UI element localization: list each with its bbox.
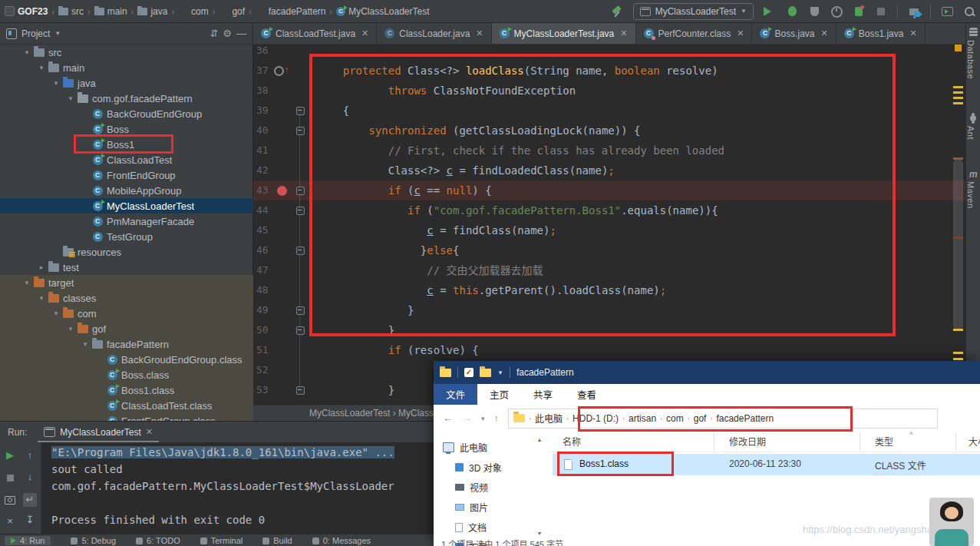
- tool-stripe-database[interactable]: Database: [966, 40, 980, 79]
- tree-expand-arrow-icon[interactable]: ▾: [21, 48, 33, 56]
- run-button[interactable]: [764, 5, 776, 18]
- breadcrumb-item[interactable]: com: [178, 6, 209, 17]
- run-console[interactable]: "E:\Program Files\Java\jdk1.8.0_161\bin\…: [41, 444, 434, 534]
- fold-marker-icon[interactable]: [296, 326, 305, 335]
- breadcrumb-item[interactable]: main: [94, 6, 127, 17]
- checkmark-icon[interactable]: ✓: [464, 368, 474, 377]
- tree-item-src[interactable]: ▾src: [0, 45, 253, 60]
- editor-tab[interactable]: ClassLoader.java✕: [377, 23, 491, 44]
- chevron-down-icon[interactable]: ▼: [497, 369, 503, 376]
- tree-item-com[interactable]: ▾com: [0, 306, 253, 321]
- tree-expand-arrow-icon[interactable]: ▸: [35, 263, 48, 271]
- run-configuration-select[interactable]: MyClassLoaderTest ▼: [633, 3, 754, 20]
- address-path-box[interactable]: ›此电脑›HDD-1 (D:)›artisan›com›gof›facadePa…: [508, 409, 938, 429]
- tree-item-Boss.class[interactable]: Boss.class: [0, 367, 253, 382]
- tool-stripe-maven[interactable]: Maven: [966, 181, 980, 209]
- tree-item-PmManagerFacade[interactable]: PmManagerFacade: [0, 213, 253, 229]
- fold-marker-icon[interactable]: [296, 107, 305, 115]
- settings-gear-icon[interactable]: ⚙: [223, 28, 232, 39]
- address-segment[interactable]: artisan: [629, 413, 656, 424]
- column-header-3[interactable]: 大小: [968, 435, 980, 448]
- profiler-button[interactable]: [830, 5, 843, 18]
- column-separator[interactable]: [860, 433, 860, 450]
- statusbar-item[interactable]: 6: TODO: [136, 536, 180, 545]
- close-icon[interactable]: ✕: [737, 28, 744, 38]
- nav-item-图片[interactable]: 图片: [455, 501, 488, 514]
- fold-marker-icon[interactable]: [296, 386, 305, 395]
- folder-icon[interactable]: [480, 369, 491, 377]
- tree-item-classes[interactable]: ▾classes: [0, 290, 253, 306]
- tree-item-Boss[interactable]: Boss: [0, 121, 253, 137]
- tree-expand-arrow-icon[interactable]: ▾: [35, 294, 48, 302]
- tree-item-Boss1[interactable]: Boss1: [0, 137, 253, 152]
- override-method-icon[interactable]: [274, 66, 284, 76]
- column-separator[interactable]: [714, 433, 714, 450]
- up-stacktrace-button[interactable]: ↑: [23, 448, 37, 462]
- tree-item-ClassLoadTest.class[interactable]: ClassLoadTest.class: [0, 398, 253, 413]
- breadcrumb-item[interactable]: facadePattern: [256, 6, 326, 17]
- tree-expand-arrow-icon[interactable]: ▾: [79, 340, 91, 348]
- tree-expand-arrow-icon[interactable]: ▾: [64, 325, 77, 333]
- tree-expand-arrow-icon[interactable]: ▾: [50, 79, 62, 87]
- breakpoint-icon[interactable]: [277, 186, 287, 196]
- tree-expand-arrow-icon[interactable]: ▾: [21, 279, 33, 286]
- chevron-down-icon[interactable]: ▾: [481, 415, 485, 422]
- nav-item-视频[interactable]: 视频: [455, 481, 488, 494]
- collapse-all-icon[interactable]: ⇵: [210, 28, 218, 39]
- statusbar-item[interactable]: 0: Messages: [312, 536, 371, 545]
- statusbar-item[interactable]: Terminal: [200, 536, 243, 545]
- editor-tab[interactable]: Boss.java✕: [752, 23, 836, 44]
- editor-scrollbar[interactable]: [953, 159, 963, 330]
- editor-tab[interactable]: MyClassLoaderTest.java✕: [492, 23, 636, 44]
- breadcrumb-item[interactable]: MyClassLoaderTest: [336, 6, 429, 17]
- nav-item-3D 对象[interactable]: 3D 对象: [455, 461, 502, 474]
- editor-tab[interactable]: Boss1.java✕: [836, 23, 926, 44]
- column-separator[interactable]: [955, 433, 956, 450]
- column-header-0[interactable]: 名称: [563, 435, 581, 448]
- column-header-1[interactable]: 修改日期: [729, 435, 766, 448]
- tree-item-ClassLoadTest[interactable]: ClassLoadTest: [0, 152, 253, 167]
- tree-item-MyClassLoaderTest[interactable]: MyClassLoaderTest: [0, 198, 253, 213]
- tree-item-com.gof.facadePattern[interactable]: ▾com.gof.facadePattern: [0, 91, 253, 106]
- tree-item-MobileAppGroup[interactable]: MobileAppGroup: [0, 183, 253, 198]
- address-segment[interactable]: HDD-1 (D:): [572, 413, 619, 424]
- tree-item-FrontEndGroup[interactable]: FrontEndGroup: [0, 167, 253, 183]
- tree-item-test[interactable]: ▸test: [0, 260, 253, 275]
- statusbar-item[interactable]: 4: Run: [5, 536, 51, 545]
- close-icon[interactable]: ✕: [361, 28, 368, 38]
- run-anything-icon[interactable]: [941, 5, 953, 18]
- explorer-menu-共享[interactable]: 共享: [521, 384, 565, 405]
- editor-tab[interactable]: PerfCounter.class✕: [636, 23, 753, 44]
- down-stacktrace-button[interactable]: ↓: [23, 470, 37, 484]
- tree-expand-arrow-icon[interactable]: ▾: [50, 309, 62, 317]
- code-editor[interactable]: 3637↑ protected Class<?> loadClass(Strin…: [253, 45, 965, 405]
- hide-panel-icon[interactable]: —: [236, 28, 246, 39]
- close-icon[interactable]: ✕: [146, 427, 153, 437]
- breadcrumb-item[interactable]: java: [137, 6, 167, 17]
- back-arrow-icon[interactable]: ←: [443, 412, 453, 424]
- forward-arrow-icon[interactable]: →: [462, 412, 472, 424]
- statusbar-item[interactable]: Build: [262, 536, 292, 545]
- breadcrumb-item[interactable]: GOF23: [5, 6, 48, 17]
- tree-item-target[interactable]: ▾target: [0, 275, 253, 290]
- fold-marker-icon[interactable]: [296, 306, 305, 315]
- breadcrumb-item[interactable]: src: [58, 6, 84, 17]
- column-header-2[interactable]: 类型: [875, 435, 893, 448]
- explorer-menu-主页[interactable]: 主页: [477, 384, 521, 405]
- tree-item-resources[interactable]: resources: [0, 244, 253, 260]
- tree-item-BackGroudEndGroup.class[interactable]: BackGroudEndGroup.class: [0, 352, 253, 367]
- scroll-to-end-button[interactable]: ↧: [23, 513, 37, 527]
- address-segment[interactable]: 此电脑: [535, 412, 563, 425]
- nav-scroll-up-icon[interactable]: ▴: [538, 436, 541, 443]
- address-segment[interactable]: facadePattern: [716, 413, 774, 424]
- fold-marker-icon[interactable]: [296, 207, 305, 215]
- tree-item-BackGroudEndGroup[interactable]: BackGroudEndGroup: [0, 106, 253, 121]
- screenshot-button[interactable]: [3, 495, 17, 508]
- stop-button[interactable]: [875, 5, 887, 18]
- tree-item-TestGroup[interactable]: TestGroup: [0, 229, 253, 244]
- fold-marker-icon[interactable]: [296, 187, 305, 195]
- tree-item-java[interactable]: ▾java: [0, 75, 253, 91]
- tree-expand-arrow-icon[interactable]: ▾: [35, 64, 48, 71]
- run-tab[interactable]: MyClassLoaderTest ✕: [38, 422, 159, 442]
- search-everywhere-icon[interactable]: [963, 5, 975, 18]
